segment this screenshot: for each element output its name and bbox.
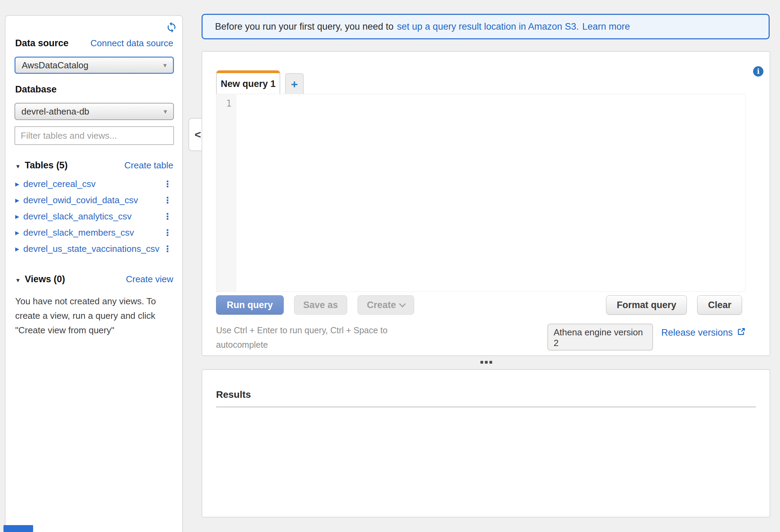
expand-triangle-icon[interactable]: ▶ — [15, 230, 19, 236]
expand-triangle-icon[interactable]: ▶ — [15, 214, 19, 220]
table-name[interactable]: devrel_slack_members_csv — [23, 227, 161, 238]
database-label: Database — [15, 84, 57, 95]
clear-button[interactable]: Clear — [697, 295, 742, 315]
tab-new-query-1[interactable]: New query 1 — [216, 70, 280, 95]
create-table-link[interactable]: Create table — [124, 160, 173, 171]
table-menu-icon[interactable]: ⋮ — [161, 195, 174, 205]
table-name[interactable]: devrel_cereal_csv — [23, 179, 161, 189]
table-row[interactable]: ▶ devrel_cereal_csv ⋮ — [15, 176, 174, 192]
create-dropdown-button[interactable]: Create — [358, 295, 414, 315]
database-select[interactable]: devrel-athena-db ▾ — [14, 103, 174, 120]
run-query-button[interactable]: Run query — [216, 295, 284, 315]
setup-query-result-location-link[interactable]: set up a query result location in Amazon… — [397, 21, 579, 32]
views-section-toggle[interactable]: ▼ Views (0) — [15, 274, 65, 285]
table-name[interactable]: devrel_slack_analytics_csv — [23, 211, 161, 222]
table-row[interactable]: ▶ devrel_slack_members_csv ⋮ — [15, 225, 174, 241]
table-name[interactable]: devrel_us_state_vaccinations_csv — [23, 244, 161, 254]
query-tabbar: New query 1 + — [216, 70, 304, 95]
line-number: 1 — [226, 98, 232, 109]
data-source-label: Data source — [15, 38, 69, 49]
expand-triangle-icon[interactable]: ▶ — [15, 246, 19, 252]
connect-data-source-link[interactable]: Connect data source — [90, 38, 173, 49]
splitter-dot — [480, 361, 483, 364]
table-name[interactable]: devrel_owid_covid_data_csv — [23, 195, 161, 206]
chevron-down-icon — [399, 301, 406, 307]
new-tab-button[interactable]: + — [285, 73, 304, 95]
tab-label: New query 1 — [221, 79, 275, 89]
data-source-select[interactable]: AwsDataCatalog ▾ — [14, 57, 174, 74]
caret-down-icon: ▾ — [163, 61, 167, 69]
expand-triangle-icon[interactable]: ▶ — [15, 197, 19, 204]
code-input-surface[interactable] — [236, 94, 745, 292]
views-empty-text: You have not created any views. To creat… — [15, 294, 179, 337]
caret-down-icon: ▾ — [164, 107, 167, 116]
splitter-dot — [485, 361, 488, 364]
data-source-value: AwsDataCatalog — [22, 60, 88, 71]
banner-text: Before you run your first query, you nee… — [215, 21, 393, 32]
panel-resize-handle[interactable] — [480, 361, 492, 364]
table-list: ▶ devrel_cereal_csv ⋮ ▶ devrel_owid_covi… — [15, 176, 174, 257]
catalog-sidebar: Data source Connect data source AwsDataC… — [5, 15, 183, 532]
collapse-triangle-icon: ▼ — [15, 277, 21, 284]
splitter-dot — [489, 361, 492, 364]
line-number-gutter: 1 — [216, 94, 236, 292]
chevron-left-icon: < — [195, 128, 201, 141]
create-view-link[interactable]: Create view — [126, 274, 173, 285]
learn-more-link[interactable]: Learn more — [582, 21, 630, 32]
expand-triangle-icon[interactable]: ▶ — [15, 181, 19, 187]
results-title: Results — [216, 389, 251, 400]
plus-icon: + — [291, 78, 298, 91]
table-menu-icon[interactable]: ⋮ — [161, 244, 174, 254]
table-menu-icon[interactable]: ⋮ — [161, 228, 174, 238]
filter-tables-input[interactable] — [14, 126, 174, 145]
save-as-button[interactable]: Save as — [294, 295, 348, 315]
views-header: Views (0) — [25, 274, 65, 285]
tables-header: Tables (5) — [25, 160, 68, 171]
collapse-triangle-icon: ▼ — [15, 164, 21, 170]
setup-warning-banner: Before you run your first query, you nee… — [202, 14, 770, 39]
results-panel: Results — [202, 369, 770, 518]
format-query-button[interactable]: Format query — [606, 295, 687, 315]
engine-version-badge: Athena engine version 2 — [547, 324, 653, 351]
info-icon[interactable]: i — [753, 66, 763, 77]
tables-section-toggle[interactable]: ▼ Tables (5) — [15, 160, 68, 171]
refresh-icon[interactable] — [166, 21, 177, 33]
table-menu-icon[interactable]: ⋮ — [161, 211, 174, 221]
release-versions-link[interactable]: Release versions — [661, 327, 733, 338]
scrollbar-thumb[interactable] — [3, 525, 33, 532]
shortcut-hint-text: Use Ctrl + Enter to run query, Ctrl + Sp… — [216, 323, 409, 352]
table-row[interactable]: ▶ devrel_us_state_vaccinations_csv ⋮ — [15, 241, 174, 257]
database-value: devrel-athena-db — [21, 106, 89, 117]
external-link-icon — [737, 327, 746, 338]
table-row[interactable]: ▶ devrel_owid_covid_data_csv ⋮ — [15, 192, 174, 208]
sql-editor[interactable]: 1 — [216, 94, 745, 292]
results-divider — [216, 406, 756, 407]
table-row[interactable]: ▶ devrel_slack_analytics_csv ⋮ — [15, 208, 174, 225]
table-menu-icon[interactable]: ⋮ — [161, 179, 174, 189]
query-editor-panel: i New query 1 + 1 Run query Save as Crea… — [202, 51, 770, 356]
